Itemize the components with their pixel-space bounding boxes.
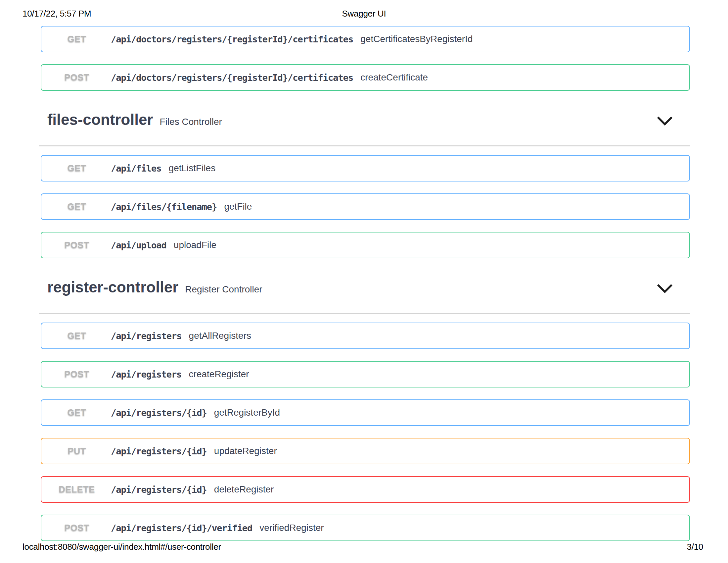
section-title: files-controllerFiles Controller bbox=[47, 110, 222, 131]
operation-row[interactable]: POST /api/doctors/registers/{registerId}… bbox=[41, 64, 690, 91]
method-badge: DELETE bbox=[51, 485, 103, 495]
print-url: localhost:8080/swagger-ui/index.html#/us… bbox=[23, 542, 221, 552]
section-header[interactable]: register-controllerRegister Controller bbox=[41, 277, 690, 299]
method-badge: POST bbox=[51, 523, 103, 533]
operation-row[interactable]: POST /api/upload uploadFile bbox=[41, 232, 690, 258]
operation-row[interactable]: GET /api/registers/{id} getRegisterById bbox=[41, 399, 690, 426]
controller-section: GET /api/doctors/registers/{registerId}/… bbox=[41, 26, 690, 91]
operation-path: /api/registers/{id}/verified bbox=[111, 523, 252, 533]
operation-summary: getRegisterById bbox=[214, 407, 280, 418]
section-rows: GET /api/registers getAllRegisters POST … bbox=[41, 323, 690, 541]
method-badge: GET bbox=[51, 408, 103, 418]
method-badge: GET bbox=[51, 34, 103, 44]
operation-row[interactable]: GET /api/files getListFiles bbox=[41, 155, 690, 181]
chevron-down-icon[interactable] bbox=[657, 116, 673, 126]
operation-summary: uploadFile bbox=[174, 240, 216, 250]
section-name: register-controller bbox=[47, 278, 178, 296]
operation-path: /api/registers/{id} bbox=[111, 446, 207, 456]
operation-summary: createRegister bbox=[189, 369, 249, 380]
print-footer: localhost:8080/swagger-ui/index.html#/us… bbox=[23, 542, 703, 552]
method-badge: POST bbox=[51, 72, 103, 83]
operation-summary: updateRegister bbox=[214, 446, 277, 456]
operation-summary: createCertificate bbox=[360, 72, 428, 83]
swagger-operations-list: GET /api/doctors/registers/{registerId}/… bbox=[41, 17, 690, 553]
section-header[interactable]: files-controllerFiles Controller bbox=[41, 110, 690, 131]
operation-path: /api/registers bbox=[111, 369, 182, 380]
section-divider bbox=[39, 145, 690, 146]
operation-summary: getCertificatesByRegisterId bbox=[360, 34, 473, 44]
operation-row[interactable]: PUT /api/registers/{id} updateRegister bbox=[41, 438, 690, 464]
operation-summary: deleteRegister bbox=[214, 484, 274, 495]
section-description: Files Controller bbox=[160, 117, 222, 127]
operation-path: /api/files bbox=[111, 163, 161, 173]
operation-summary: verifiedRegister bbox=[259, 523, 324, 533]
operation-summary: getFile bbox=[224, 201, 252, 212]
operation-path: /api/registers bbox=[111, 331, 182, 341]
method-badge: GET bbox=[51, 202, 103, 212]
operation-row[interactable]: GET /api/doctors/registers/{registerId}/… bbox=[41, 26, 690, 52]
section-rows: GET /api/files getListFiles GET /api/fil… bbox=[41, 155, 690, 258]
operation-summary: getListFiles bbox=[169, 163, 216, 173]
operation-path: /api/registers/{id} bbox=[111, 485, 207, 495]
method-badge: POST bbox=[51, 369, 103, 380]
method-badge: POST bbox=[51, 240, 103, 250]
operation-path: /api/registers/{id} bbox=[111, 408, 207, 418]
operation-summary: getAllRegisters bbox=[189, 331, 251, 341]
controller-section: files-controllerFiles Controller GET /ap… bbox=[41, 110, 690, 258]
operation-path: /api/doctors/registers/{registerId}/cert… bbox=[111, 34, 353, 44]
operation-path: /api/doctors/registers/{registerId}/cert… bbox=[111, 72, 353, 83]
method-badge: PUT bbox=[51, 446, 103, 456]
operation-path: /api/upload bbox=[111, 240, 166, 250]
section-title: register-controllerRegister Controller bbox=[47, 277, 262, 299]
section-description: Register Controller bbox=[185, 284, 262, 295]
print-page-number: 3/10 bbox=[687, 542, 703, 552]
method-badge: GET bbox=[51, 163, 103, 173]
section-name: files-controller bbox=[47, 111, 153, 128]
section-divider bbox=[39, 313, 690, 314]
operation-row[interactable]: POST /api/registers createRegister bbox=[41, 361, 690, 388]
operation-row[interactable]: DELETE /api/registers/{id} deleteRegiste… bbox=[41, 476, 690, 503]
controller-section: register-controllerRegister Controller G… bbox=[41, 277, 690, 541]
operation-row[interactable]: GET /api/files/{filename} getFile bbox=[41, 193, 690, 220]
section-rows: GET /api/doctors/registers/{registerId}/… bbox=[41, 26, 690, 91]
operation-path: /api/files/{filename} bbox=[111, 202, 217, 212]
method-badge: GET bbox=[51, 331, 103, 341]
chevron-down-icon[interactable] bbox=[657, 284, 673, 294]
operation-row[interactable]: POST /api/registers/{id}/verified verifi… bbox=[41, 515, 690, 541]
operation-row[interactable]: GET /api/registers getAllRegisters bbox=[41, 323, 690, 349]
